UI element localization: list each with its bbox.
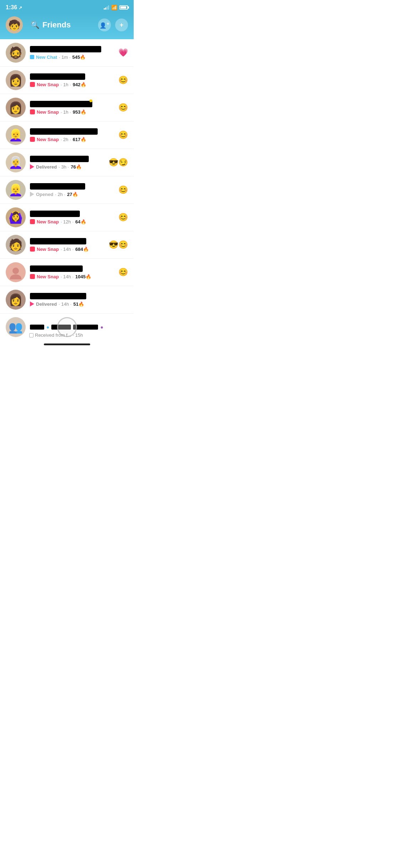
status-label: New Snap xyxy=(37,247,59,252)
friend-info: New Chat · 1m · 545🔥 xyxy=(30,46,115,60)
status-label: New Snap xyxy=(37,274,59,279)
search-icon[interactable]: 🔍 xyxy=(31,21,40,29)
status-label: New Snap xyxy=(37,82,59,87)
status-icons: 📶 xyxy=(104,5,128,10)
friend-name xyxy=(30,101,92,107)
friend-emoji: 😊 xyxy=(118,130,128,140)
friend-info: Opened · 2h · 27🔥 xyxy=(30,183,115,197)
status-label: Opened xyxy=(36,192,53,197)
friend-status: Delivered · 3h · 76🔥 xyxy=(30,164,106,170)
avatar: 🙆‍♀️ xyxy=(6,207,26,227)
redacted-name xyxy=(30,325,44,330)
page-title: Friends xyxy=(42,20,71,30)
redacted-name3 xyxy=(73,325,98,330)
friend-emoji: 😎😊 xyxy=(109,240,128,249)
status-label: Delivered xyxy=(36,164,57,170)
avatar: 👩‍🦳 xyxy=(6,153,26,172)
friend-emoji: 😊 xyxy=(118,103,128,112)
list-item[interactable]: 👩 Delivered · 14h · 51🔥 xyxy=(0,286,134,314)
friend-emoji: 😊 xyxy=(118,213,128,222)
add-person-icon: 👤+ xyxy=(99,21,109,29)
list-item[interactable]: New Snap · 14h · 1045🔥 😊 xyxy=(0,259,134,286)
friend-emoji: 😊 xyxy=(118,76,128,85)
delivered-icon xyxy=(30,164,34,169)
avatar: 👱‍♀️ xyxy=(6,180,26,200)
status-label: New Snap xyxy=(37,109,59,115)
delivered-icon xyxy=(30,301,34,306)
friend-name xyxy=(30,128,98,135)
friend-status: New Snap · 14h · 684🔥 xyxy=(30,247,106,252)
friend-status: New Snap · 12h · 64🔥 xyxy=(30,219,115,224)
my-avatar[interactable]: 🧒 xyxy=(6,16,23,33)
list-item[interactable]: 👥 ● ● Received from f... · 15h xyxy=(0,314,134,341)
friend-emoji: 😊 xyxy=(118,185,128,195)
list-item[interactable]: 👩 New Snap · 1h · 942🔥 😊 xyxy=(0,67,134,94)
friend-info: New Snap · 1h · 942🔥 xyxy=(30,73,115,87)
friend-status: New Chat · 1m · 545🔥 xyxy=(30,55,115,60)
snap-icon xyxy=(30,274,35,279)
friend-name xyxy=(30,265,83,272)
friend-info: New Snap · 12h · 64🔥 xyxy=(30,211,115,224)
friend-info: ● ● xyxy=(30,324,128,330)
friend-emoji: 💗 xyxy=(118,48,128,57)
add-friend-button[interactable]: 👤+ xyxy=(98,19,111,31)
avatar: 👩 xyxy=(6,98,26,118)
add-icon: + xyxy=(120,21,124,29)
header: 🧒 🔍 Friends 👤+ + xyxy=(0,14,134,39)
list-item[interactable]: 👱‍♀️ Opened · 2h · 27🔥 😊 xyxy=(0,176,134,204)
header-left: 🧒 🔍 Friends xyxy=(6,16,71,33)
friend-name xyxy=(30,238,86,244)
avatar: 👩 xyxy=(6,70,26,90)
svg-point-1 xyxy=(10,274,21,279)
snap-icon xyxy=(30,219,35,224)
status-bar: 1:36 ↗ 📶 xyxy=(0,0,134,14)
friend-emoji: 😎😏 xyxy=(109,158,128,167)
avatar xyxy=(6,262,26,282)
chat-icon xyxy=(30,55,34,59)
friend-info: Delivered · 3h · 76🔥 xyxy=(30,156,106,170)
wifi-icon: 📶 xyxy=(111,5,117,10)
list-item[interactable]: 👩 New Snap · 1h · 953🔥 😊 xyxy=(0,94,134,122)
snap-icon xyxy=(30,82,35,87)
friend-status: Delivered · 14h · 51🔥 xyxy=(30,301,125,307)
status-label: Delivered xyxy=(36,301,57,307)
status-time: 1:36 ↗ xyxy=(6,4,22,11)
friend-name xyxy=(30,211,80,217)
avatar: 👥 xyxy=(6,317,26,337)
friend-status: New Snap · 14h · 1045🔥 xyxy=(30,274,115,279)
search-area[interactable]: 🔍 Friends xyxy=(31,20,71,30)
friend-info: New Snap · 2h · 617🔥 xyxy=(30,128,115,142)
snap-icon xyxy=(30,247,35,252)
friend-info: Delivered · 14h · 51🔥 xyxy=(30,293,125,307)
friend-name xyxy=(30,46,101,52)
status-label: Received from f... xyxy=(35,332,71,338)
received-icon xyxy=(29,333,34,337)
svg-point-0 xyxy=(12,268,19,274)
list-item[interactable]: 👩‍🦳 Delivered · 3h · 76🔥 😎😏 xyxy=(0,149,134,176)
friends-list: 🧔 New Chat · 1m · 545🔥 💗 👩 New Snap · 1h… xyxy=(0,39,134,341)
list-item[interactable]: 🧔 New Chat · 1m · 545🔥 💗 xyxy=(0,39,134,67)
group-status: Received from f... · 15h xyxy=(29,332,83,338)
avatar: 👱‍♀️ xyxy=(6,125,26,145)
friend-name xyxy=(30,156,89,162)
friend-name xyxy=(30,293,86,299)
header-actions: 👤+ + xyxy=(98,19,128,31)
list-item[interactable]: 🙆‍♀️ New Snap · 12h · 64🔥 😊 xyxy=(0,204,134,231)
home-bar xyxy=(44,343,90,345)
friend-status: New Snap · 1h · 942🔥 xyxy=(30,82,115,87)
home-indicator xyxy=(0,341,134,347)
friend-name xyxy=(30,183,85,190)
list-item[interactable]: 👱‍♀️ New Snap · 2h · 617🔥 😊 xyxy=(0,122,134,149)
friend-status: New Snap · 2h · 617🔥 xyxy=(30,137,115,142)
add-story-button[interactable]: + xyxy=(115,19,128,31)
friend-status: Opened · 2h · 27🔥 xyxy=(30,192,115,197)
list-item[interactable]: 🧑 New Snap · 14h · 684🔥 😎😊 xyxy=(0,231,134,259)
status-label: New Chat xyxy=(36,55,57,60)
opened-icon xyxy=(30,192,34,197)
avatar: 🧑 xyxy=(6,235,26,255)
avatar: 👩 xyxy=(6,290,26,310)
snap-icon xyxy=(30,137,35,142)
friend-info: New Snap · 14h · 1045🔥 xyxy=(30,265,115,279)
status-label: New Snap xyxy=(37,137,59,142)
friend-name xyxy=(30,73,85,80)
